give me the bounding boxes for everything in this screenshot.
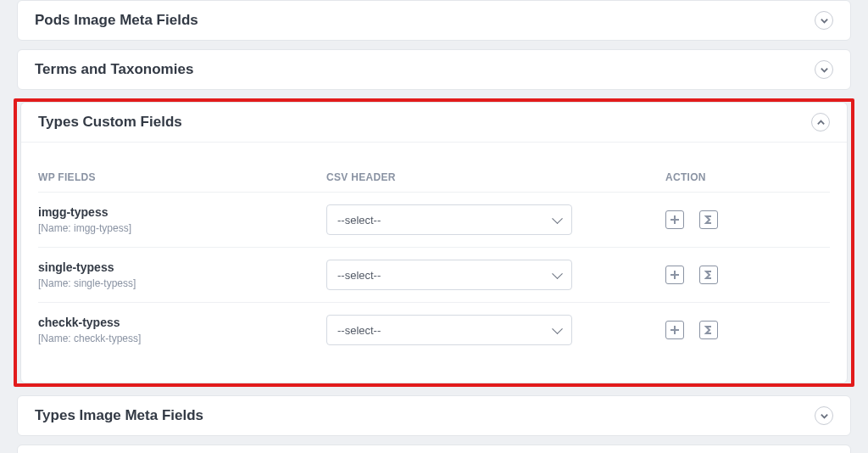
table-row: checkk-typess [Name: checkk-typess] --se… <box>38 303 830 357</box>
add-button[interactable] <box>665 266 684 284</box>
expand-toggle-terms[interactable] <box>815 60 833 79</box>
highlight-box: Types Custom Fields WP FIELDS CSV HEADER… <box>14 98 854 387</box>
plus-icon <box>670 215 680 225</box>
field-name: single-typess <box>38 260 326 274</box>
action-cell <box>665 266 767 284</box>
select-placeholder: --select-- <box>337 214 381 226</box>
chevron-up-icon <box>816 118 826 127</box>
panel-body-types-custom: WP FIELDS CSV HEADER ACTION imgg-typess … <box>21 142 847 383</box>
expand-toggle-pods[interactable] <box>815 11 833 30</box>
csv-header-cell: --select-- <box>326 204 572 235</box>
panel-types-image-meta: Types Image Meta Fields <box>17 395 851 436</box>
panel-pods-image-meta: Pods Image Meta Fields <box>17 0 851 41</box>
field-subname: [Name: single-typess] <box>38 277 326 289</box>
wp-field-cell: imgg-typess [Name: imgg-typess] <box>38 205 326 234</box>
csv-header-cell: --select-- <box>326 260 572 290</box>
column-header-action: ACTION <box>665 171 767 183</box>
panel-wordpress-custom-fields: WordPress Custom Fields <box>17 445 851 453</box>
sigma-icon <box>704 270 714 280</box>
panel-header-pods[interactable]: Pods Image Meta Fields <box>18 1 850 40</box>
field-subname: [Name: imgg-typess] <box>38 222 326 234</box>
wp-field-cell: checkk-typess [Name: checkk-typess] <box>38 316 326 344</box>
panel-title-types-meta: Types Image Meta Fields <box>35 407 203 424</box>
field-name: checkk-typess <box>38 316 326 329</box>
column-header-wp-fields: WP FIELDS <box>38 171 326 183</box>
table-header-row: WP FIELDS CSV HEADER ACTION <box>38 159 830 193</box>
action-cell <box>665 210 767 229</box>
table-row: single-typess [Name: single-typess] --se… <box>38 248 830 303</box>
chevron-down-icon <box>820 411 829 421</box>
field-subname: [Name: checkk-typess] <box>38 333 326 344</box>
panel-header-wp-custom[interactable]: WordPress Custom Fields <box>18 445 850 453</box>
panel-header-terms[interactable]: Terms and Taxonomies <box>18 50 850 89</box>
action-cell <box>665 321 767 339</box>
csv-header-cell: --select-- <box>326 315 572 345</box>
add-button[interactable] <box>665 321 684 339</box>
add-button[interactable] <box>665 210 684 229</box>
formula-button[interactable] <box>699 266 718 284</box>
expand-toggle-types-meta[interactable] <box>815 406 833 425</box>
table-row: imgg-typess [Name: imgg-typess] --select… <box>38 193 830 248</box>
formula-button[interactable] <box>699 321 718 339</box>
column-header-csv-header: CSV HEADER <box>326 171 572 183</box>
chevron-down-icon <box>820 16 829 25</box>
field-name: imgg-typess <box>38 205 326 219</box>
panel-types-custom-fields: Types Custom Fields WP FIELDS CSV HEADER… <box>20 102 848 383</box>
sigma-icon <box>704 325 714 335</box>
chevron-down-icon <box>820 65 829 75</box>
plus-icon <box>670 270 680 280</box>
panel-header-types-meta[interactable]: Types Image Meta Fields <box>18 396 850 435</box>
csv-header-select[interactable]: --select-- <box>326 204 572 235</box>
select-placeholder: --select-- <box>337 269 381 282</box>
panel-title-types-custom: Types Custom Fields <box>38 114 182 131</box>
panel-title-terms: Terms and Taxonomies <box>35 61 193 78</box>
wp-field-cell: single-typess [Name: single-typess] <box>38 260 326 289</box>
csv-header-select[interactable]: --select-- <box>326 260 572 290</box>
sigma-icon <box>704 215 714 225</box>
formula-button[interactable] <box>699 210 718 229</box>
panel-title-pods: Pods Image Meta Fields <box>35 12 198 29</box>
plus-icon <box>670 325 680 335</box>
panel-terms-taxonomies: Terms and Taxonomies <box>17 49 851 90</box>
panel-header-types-custom[interactable]: Types Custom Fields <box>21 103 847 142</box>
select-placeholder: --select-- <box>337 324 381 337</box>
csv-header-select[interactable]: --select-- <box>326 315 572 345</box>
collapse-toggle-types-custom[interactable] <box>811 113 830 131</box>
